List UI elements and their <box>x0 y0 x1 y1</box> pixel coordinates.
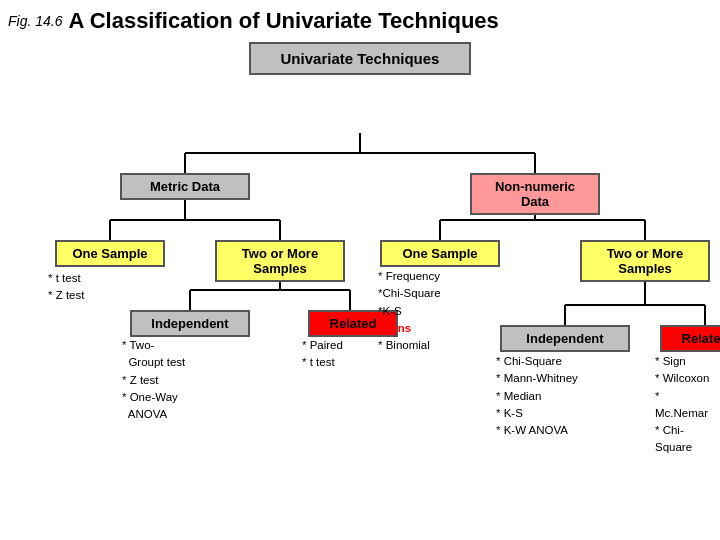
two-more-right-box: Two or MoreSamples <box>580 240 710 282</box>
title-text: A Classification of Univariate Technique… <box>68 8 498 34</box>
independent-right-bullets: * Chi-Square * Mann-Whitney * Median * K… <box>496 353 578 439</box>
independent-right-box: Independent <box>500 325 630 352</box>
page: Fig. 14.6 A Classification of Univariate… <box>0 0 720 540</box>
tree-lines <box>10 75 710 505</box>
fig-label: Fig. 14.6 <box>8 13 62 29</box>
related-right-box: Related <box>660 325 720 352</box>
one-sample-left-bullets: * t test * Z test <box>48 270 84 305</box>
one-sample-right-bullets: * Frequency *Chi-Square *K-S *Runs * Bin… <box>378 268 441 354</box>
related-right-bullets: * Sign * Wilcoxon * Mc.Nemar * Chi-Squar… <box>655 353 710 457</box>
page-title: Fig. 14.6 A Classification of Univariate… <box>8 8 712 34</box>
metric-data-box: Metric Data <box>120 173 250 200</box>
two-more-left-box: Two or MoreSamples <box>215 240 345 282</box>
one-sample-right-box: One Sample <box>380 240 500 267</box>
independent-left-bullets: * Two- Groupt test * Z test * One-Way AN… <box>122 337 185 423</box>
related-left-bullets: * Paired * t test <box>302 337 343 372</box>
univariate-techniques-box: Univariate Techniques <box>249 42 472 75</box>
independent-left-box: Independent <box>130 310 250 337</box>
non-numeric-data-box: Non-numeric Data <box>470 173 600 215</box>
one-sample-left-box: One Sample <box>55 240 165 267</box>
